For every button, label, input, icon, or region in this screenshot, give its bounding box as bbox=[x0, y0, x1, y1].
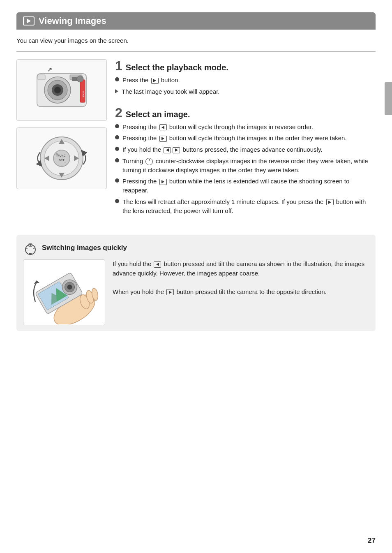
svg-text:⊕: ⊕ bbox=[55, 153, 58, 156]
bullet-1-1: Press the button. bbox=[115, 76, 376, 85]
step-1-bullets: Press the button. The last image you too… bbox=[115, 76, 376, 96]
step-1-number: 1 bbox=[115, 59, 122, 72]
dial-icon bbox=[145, 158, 153, 165]
play-triangle-icon bbox=[27, 19, 31, 23]
tip-text: If you hold the button pressed and tilt … bbox=[113, 259, 369, 296]
step-1-title: Select the playback mode. bbox=[126, 63, 228, 72]
bullet-1-2-text: The last image you took will appear. bbox=[122, 87, 219, 96]
svg-marker-45 bbox=[34, 280, 39, 284]
bullet-2-2: Pressing the button will cycle through t… bbox=[115, 134, 376, 143]
svg-rect-9 bbox=[38, 75, 45, 80]
bullet-2-4: Turning counter-clockwise displays image… bbox=[115, 157, 376, 175]
step-2: 2 Select an image. Pressing the button w… bbox=[115, 106, 376, 215]
step-1: 1 Select the playback mode. Press the bu… bbox=[115, 59, 376, 96]
camera-image-bottom: FUNC SET bbox=[16, 127, 107, 189]
bullet-2-5: Pressing the button while the lens is ex… bbox=[115, 177, 376, 195]
bullet-2-6-text: The lens will retract after approximatel… bbox=[122, 197, 376, 215]
svg-point-11 bbox=[77, 76, 83, 82]
svg-text:HDMI: HDMI bbox=[82, 91, 85, 97]
bullet-2-3-text: If you hold the buttons pressed, the ima… bbox=[122, 145, 323, 154]
left-btn-icon bbox=[159, 124, 167, 130]
step-2-title: Select an image. bbox=[126, 110, 190, 119]
step-2-bullets: Pressing the button will cycle through t… bbox=[115, 123, 376, 215]
right-column: 1 Select the playback mode. Press the bu… bbox=[115, 59, 376, 225]
camera-illustration-bottom: FUNC SET bbox=[25, 132, 99, 185]
page: Viewing Images You can view your images … bbox=[0, 0, 392, 553]
tip-image-box bbox=[23, 259, 105, 325]
bullet-1-2: The last image you took will appear. bbox=[115, 87, 376, 96]
bullet-circle-icon bbox=[115, 147, 119, 151]
tip-content: If you hold the button pressed and tilt … bbox=[23, 259, 369, 325]
left-column: HDMI ↗ FUNC SET bbox=[16, 59, 107, 225]
bullet-2-4-text: Turning counter-clockwise displays image… bbox=[122, 157, 376, 175]
bullet-2-3: If you hold the buttons pressed, the ima… bbox=[115, 145, 376, 154]
tip-text-content: If you hold the button pressed and tilt … bbox=[113, 260, 364, 295]
svg-rect-32 bbox=[29, 253, 32, 254]
bullet-1-1-text: Press the button. bbox=[122, 76, 180, 85]
page-header: Viewing Images bbox=[16, 12, 376, 30]
edge-tab bbox=[385, 82, 392, 115]
step-1-header: 1 Select the playback mode. bbox=[115, 59, 376, 72]
bullet-circle-icon bbox=[115, 135, 119, 139]
tip-header: Switching images quickly bbox=[23, 241, 369, 255]
bullet-circle-icon bbox=[115, 199, 119, 203]
bullet-2-6: The lens will retract after approximatel… bbox=[115, 197, 376, 215]
tip-left-btn-icon bbox=[154, 261, 161, 268]
camera-image-top: HDMI ↗ bbox=[16, 59, 107, 121]
main-content: HDMI ↗ FUNC SET bbox=[16, 59, 376, 225]
tip-icon bbox=[23, 241, 38, 255]
svg-point-4 bbox=[54, 87, 61, 93]
bullet-circle-icon bbox=[115, 158, 119, 162]
tip-title: Switching images quickly bbox=[42, 244, 127, 252]
tip-right-btn-icon bbox=[166, 289, 174, 295]
play-btn-icon3 bbox=[326, 199, 334, 205]
bullet-2-1: Pressing the button will cycle through t… bbox=[115, 123, 376, 132]
bullet-2-5-text: Pressing the button while the lens is ex… bbox=[122, 177, 376, 195]
right-btn-icon bbox=[159, 136, 167, 142]
step-2-header: 2 Select an image. bbox=[115, 106, 376, 119]
step-2-number: 2 bbox=[115, 106, 122, 119]
bullet-circle-icon bbox=[115, 124, 119, 128]
bullet-circle-icon bbox=[115, 178, 119, 183]
playback-icon bbox=[23, 16, 35, 25]
bullet-2-1-text: Pressing the button will cycle through t… bbox=[122, 123, 313, 132]
play-btn-icon2 bbox=[159, 179, 167, 185]
svg-text:FUNC: FUNC bbox=[58, 154, 65, 157]
subtitle-text: You can view your images on the screen. bbox=[16, 37, 376, 44]
bullet-circle-icon bbox=[115, 77, 119, 81]
bullet-2-2-text: Pressing the button will cycle through t… bbox=[122, 134, 347, 143]
tip-box: Switching images quickly bbox=[16, 235, 376, 331]
tip-illustration bbox=[25, 261, 103, 324]
page-number: 27 bbox=[368, 537, 376, 545]
svg-text:↗: ↗ bbox=[47, 66, 52, 73]
camera-illustration-top: HDMI ↗ bbox=[25, 63, 99, 117]
right-btn-icon2 bbox=[173, 147, 180, 153]
page-title: Viewing Images bbox=[39, 16, 106, 26]
play-btn-icon bbox=[151, 78, 159, 84]
svg-text:↓: ↓ bbox=[64, 160, 66, 164]
bullet-arrow-icon bbox=[115, 89, 118, 93]
left-btn-icon2 bbox=[164, 147, 171, 153]
divider bbox=[16, 51, 376, 52]
